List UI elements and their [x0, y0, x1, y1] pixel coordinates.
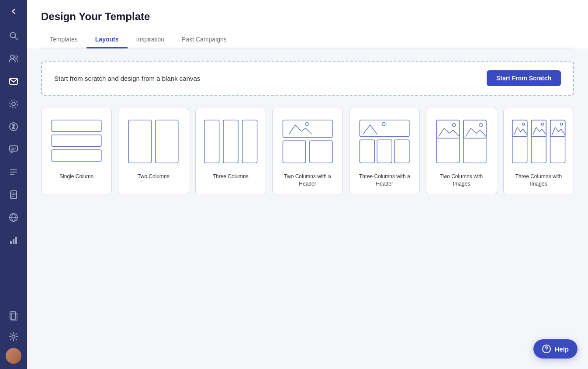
template-two-columns-header[interactable]: Two Columns with a Header [272, 108, 343, 194]
sidebar-toggle[interactable] [0, 0, 27, 23]
svg-rect-51 [512, 120, 527, 163]
tab-inspiration[interactable]: Inspiration [128, 31, 173, 48]
page-title: Design Your Template [41, 10, 574, 23]
help-label: Help [554, 345, 569, 353]
svg-rect-30 [52, 150, 101, 161]
sidebar-item-settings[interactable] [0, 327, 27, 346]
svg-point-5 [12, 102, 15, 106]
template-label-two: Two Columns [138, 173, 169, 180]
svg-rect-42 [360, 140, 375, 163]
template-three-columns-images[interactable]: Three Columns with Images [503, 108, 574, 194]
sidebar-item-pages[interactable] [0, 306, 27, 325]
svg-rect-29 [52, 135, 101, 146]
sidebar-item-automation[interactable] [0, 93, 27, 115]
sidebar-item-globe[interactable] [0, 206, 27, 229]
template-label-two-images: Two Columns with Images [432, 173, 490, 188]
svg-rect-45 [437, 120, 460, 163]
template-label-three: Three Columns [213, 173, 249, 180]
template-preview-three-images [510, 115, 567, 168]
svg-point-59 [560, 123, 563, 125]
sidebar-bottom [0, 306, 27, 369]
svg-rect-54 [531, 120, 546, 163]
tab-templates[interactable]: Templates [41, 31, 86, 48]
svg-point-47 [453, 123, 456, 127]
sidebar-item-doc[interactable] [0, 183, 27, 206]
svg-rect-33 [204, 120, 219, 163]
template-preview-three-header [356, 115, 413, 168]
template-preview-two-header [279, 115, 336, 168]
templates-grid: Single Column Two Columns Three Columns [41, 108, 574, 194]
template-label-two-header: Two Columns with a Header [279, 173, 336, 188]
content-area: Start from scratch and design from a bla… [27, 48, 588, 369]
svg-point-50 [479, 123, 483, 127]
template-preview-three [202, 115, 259, 168]
sidebar-item-chat[interactable] [0, 138, 27, 161]
help-icon [542, 345, 551, 353]
main-content: Design Your Template Templates Layouts I… [27, 0, 588, 369]
sidebar-item-chart[interactable] [0, 229, 27, 252]
svg-point-61 [546, 351, 547, 352]
svg-rect-44 [394, 140, 409, 163]
svg-point-27 [12, 335, 15, 338]
svg-point-41 [382, 123, 386, 126]
template-label-three-header: Three Columns with a Header [356, 173, 413, 188]
svg-rect-48 [463, 120, 486, 163]
svg-rect-28 [52, 120, 101, 131]
sidebar-item-users[interactable] [0, 47, 27, 70]
svg-rect-57 [550, 120, 565, 163]
svg-rect-39 [310, 141, 332, 163]
template-preview-two-images [432, 115, 490, 168]
sidebar-item-list[interactable] [0, 161, 27, 183]
template-label-single: Single Column [59, 173, 93, 180]
svg-rect-49 [463, 120, 486, 138]
template-three-columns-header[interactable]: Three Columns with a Header [349, 108, 420, 194]
svg-point-3 [15, 56, 17, 59]
svg-rect-22 [10, 241, 12, 244]
page-header: Design Your Template Templates Layouts I… [27, 0, 588, 48]
start-from-scratch-button[interactable]: Start From Scratch [487, 70, 561, 86]
help-button[interactable]: Help [533, 339, 578, 359]
svg-point-53 [522, 123, 525, 125]
user-avatar[interactable] [6, 348, 21, 364]
tab-layouts[interactable]: Layouts [86, 31, 128, 48]
svg-rect-9 [10, 146, 17, 151]
svg-rect-38 [283, 141, 305, 163]
sidebar [0, 0, 27, 369]
svg-rect-31 [129, 120, 152, 163]
svg-rect-23 [13, 239, 14, 244]
svg-point-2 [10, 55, 14, 59]
svg-rect-24 [15, 237, 17, 244]
svg-rect-46 [437, 120, 460, 138]
template-preview-single [48, 115, 105, 168]
scratch-banner: Start from scratch and design from a bla… [41, 61, 574, 96]
template-two-columns[interactable]: Two Columns [118, 108, 189, 194]
template-three-columns[interactable]: Three Columns [195, 108, 266, 194]
sidebar-item-search[interactable] [0, 24, 27, 47]
template-label-three-images: Three Columns with Images [510, 173, 567, 188]
svg-line-1 [15, 37, 17, 40]
svg-point-37 [305, 123, 308, 126]
tab-past-campaigns[interactable]: Past Campaigns [173, 31, 235, 48]
sidebar-item-email[interactable] [0, 70, 27, 93]
svg-point-6 [10, 100, 17, 108]
template-single-column[interactable]: Single Column [41, 108, 112, 194]
tabs-bar: Templates Layouts Inspiration Past Campa… [41, 31, 574, 48]
template-two-columns-images[interactable]: Two Columns with Images [426, 108, 497, 194]
scratch-text: Start from scratch and design from a bla… [54, 75, 200, 82]
svg-rect-32 [156, 120, 178, 163]
svg-rect-34 [223, 120, 238, 163]
sidebar-item-dollar[interactable] [0, 115, 27, 138]
svg-rect-35 [242, 120, 257, 163]
template-preview-two [125, 115, 182, 168]
svg-rect-43 [377, 140, 392, 163]
sidebar-nav [0, 23, 27, 306]
svg-point-56 [541, 123, 543, 125]
